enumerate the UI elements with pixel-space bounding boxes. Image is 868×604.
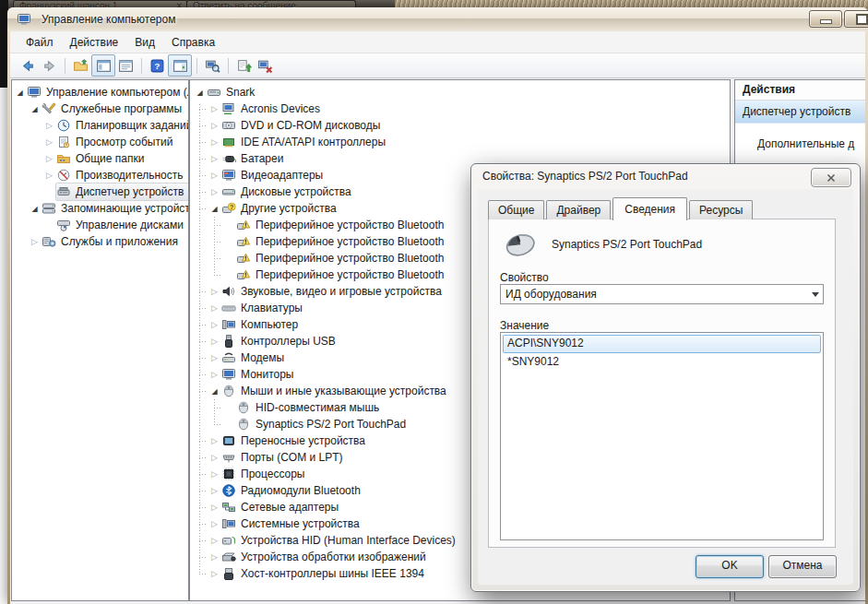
menu-bar: ФайлДействиеВидСправка — [10, 31, 865, 53]
expand-arrow[interactable] — [29, 101, 41, 118]
value-list-item[interactable]: ACPI\SNY9012 — [503, 335, 821, 353]
titlebar[interactable]: Управление компьютером — [7, 7, 868, 31]
maximize-button[interactable] — [844, 10, 868, 28]
expand-arrow[interactable] — [29, 200, 41, 218]
show-console-tree-button[interactable] — [91, 54, 115, 77]
properties-button[interactable] — [115, 55, 137, 76]
forward-button[interactable] — [39, 55, 60, 76]
dialog-tab[interactable]: Сведения — [612, 197, 687, 220]
dialog-close-button[interactable] — [811, 168, 851, 187]
expand-arrow[interactable] — [14, 84, 26, 101]
console-tree-item[interactable]: Управление компьютером (л — [12, 84, 188, 101]
combobox-dropdown-button[interactable] — [807, 285, 823, 303]
tree-item-label: Snark — [226, 86, 255, 99]
expand-arrow[interactable] — [208, 466, 220, 482]
update-driver-button[interactable] — [233, 55, 255, 76]
console-tree-item[interactable]: Общие папки — [12, 150, 188, 167]
expand-arrow[interactable] — [208, 200, 220, 218]
window-icon — [17, 12, 31, 27]
device-tree-item[interactable]: Snark — [190, 84, 730, 101]
ieee1394-icon — [221, 566, 236, 581]
console-tree-item[interactable]: Запоминающие устройст — [12, 200, 188, 217]
dialog-tab[interactable]: Ресурсы — [689, 200, 753, 219]
expand-arrow[interactable] — [208, 432, 220, 449]
tree-item-label: Порты (COM и LPT) — [241, 451, 343, 464]
console-tree-item[interactable]: Диспетчер устройств — [12, 184, 188, 200]
ide-controller-icon — [221, 135, 236, 149]
expand-arrow[interactable] — [208, 184, 220, 200]
value-list-item[interactable]: *SNY9012 — [503, 353, 821, 372]
expand-arrow[interactable] — [208, 499, 220, 515]
expand-arrow[interactable] — [208, 565, 220, 582]
system-computer-icon — [221, 516, 236, 531]
expand-arrow[interactable] — [208, 333, 220, 349]
expand-arrow[interactable] — [208, 167, 220, 184]
value-listbox[interactable]: ACPI\SNY9012*SNY9012 — [500, 332, 824, 540]
expand-arrow[interactable] — [43, 150, 55, 167]
expand-arrow[interactable] — [43, 117, 55, 134]
property-combobox[interactable]: ИД оборудования — [500, 284, 824, 304]
cancel-button[interactable]: Отмена — [768, 555, 837, 578]
update-driver-icon — [236, 58, 252, 74]
actions-selected-item[interactable]: Диспетчер устройств — [735, 101, 865, 124]
usb-controller-icon — [221, 334, 236, 349]
device-tree-item[interactable]: Acronis Devices — [190, 101, 730, 117]
console-tree-item[interactable]: Планировщик заданий — [12, 117, 188, 134]
chevron-down-icon — [812, 292, 819, 297]
console-tree-item[interactable]: Службы и приложения — [12, 233, 188, 250]
expand-arrow[interactable] — [208, 150, 220, 167]
ok-button[interactable]: OK — [696, 555, 764, 578]
export-list-button[interactable] — [70, 55, 91, 76]
minimize-button[interactable] — [809, 10, 842, 28]
expand-arrow[interactable] — [208, 515, 220, 532]
toolbar-separator — [228, 58, 229, 74]
console-tree-item[interactable]: Просмотр событий — [12, 134, 188, 150]
actions-header: Действия — [735, 80, 865, 101]
expand-arrow[interactable] — [43, 167, 55, 184]
device-tree-item[interactable]: DVD и CD-ROM дисководы — [190, 117, 730, 134]
back-button[interactable] — [18, 55, 39, 76]
expand-arrow[interactable] — [208, 549, 220, 565]
audio-device-icon — [221, 284, 236, 299]
monitor-icon — [221, 367, 236, 382]
expand-arrow[interactable] — [208, 383, 220, 400]
expand-arrow[interactable] — [208, 300, 220, 316]
scan-hardware-changes-button[interactable] — [202, 55, 223, 76]
expand-arrow[interactable] — [208, 482, 220, 499]
expand-arrow[interactable] — [208, 366, 220, 383]
uninstall-device-button[interactable] — [255, 55, 276, 76]
device-tree-item[interactable]: IDE ATA/ATAPI контроллеры — [190, 134, 730, 150]
console-tree-item[interactable]: Производительность — [12, 167, 188, 184]
tree-item-label: Планировщик заданий — [76, 119, 189, 132]
help-icon — [149, 58, 165, 74]
uninstall-device-icon — [257, 58, 273, 74]
expand-arrow[interactable] — [208, 117, 220, 134]
expand-arrow[interactable] — [29, 233, 41, 250]
tree-item-label: Устройства обработки изображений — [241, 551, 426, 563]
expand-arrow[interactable] — [194, 84, 206, 101]
console-tree-item[interactable]: Служебные программы — [12, 101, 188, 117]
expand-arrow[interactable] — [43, 134, 55, 150]
expand-arrow[interactable] — [208, 101, 220, 117]
bluetooth-warning-icon — [236, 251, 251, 266]
console-tree-item[interactable]: Управление дисками — [12, 217, 188, 233]
tree-item-label: Управление дисками — [76, 219, 184, 231]
dialog-tab[interactable]: Драйвер — [546, 200, 611, 219]
expand-arrow[interactable] — [208, 316, 220, 333]
menu-item[interactable]: Справка — [163, 33, 223, 52]
expand-arrow[interactable] — [208, 134, 220, 150]
menu-item[interactable]: Файл — [18, 33, 62, 52]
help-button[interactable] — [147, 55, 168, 76]
menu-item[interactable]: Действие — [62, 33, 127, 52]
dialog-tab[interactable]: Общие — [488, 200, 544, 219]
expand-arrow[interactable] — [208, 349, 220, 366]
expand-arrow[interactable] — [208, 449, 220, 466]
export-list-icon — [73, 58, 89, 74]
menu-item[interactable]: Вид — [126, 33, 163, 52]
expand-arrow[interactable] — [208, 283, 220, 300]
expand-arrow[interactable] — [208, 532, 220, 549]
show-action-pane-button[interactable] — [168, 54, 192, 77]
actions-more-item[interactable]: Дополнительные д — [735, 137, 865, 150]
window-title: Управление компьютером — [42, 13, 175, 26]
tree-item-label: Мониторы — [241, 368, 293, 381]
